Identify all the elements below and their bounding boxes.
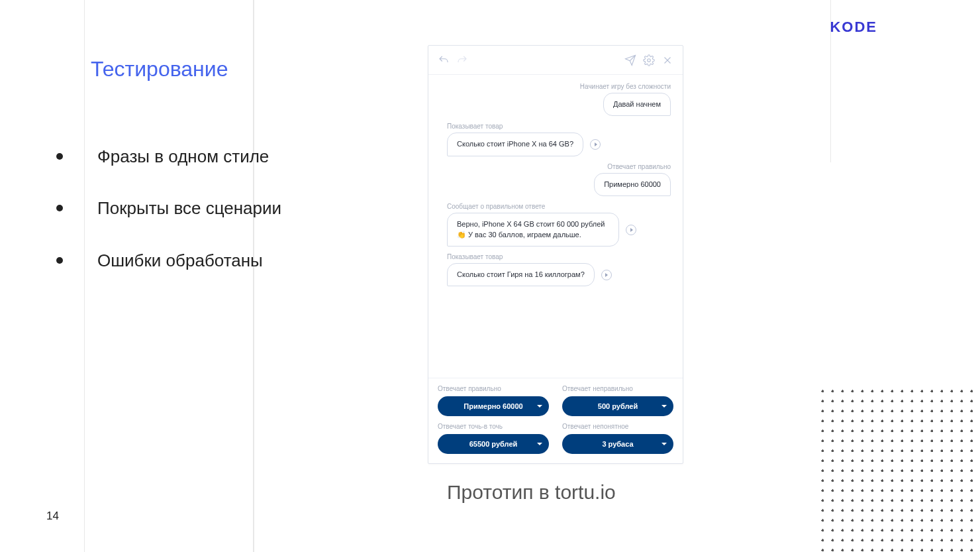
prototype-panel: Начинает игру без сложности Давай начнем… — [428, 45, 683, 464]
option-label: Отвечает точь-в точь — [438, 423, 549, 430]
scenario-label: Отвечает правильно — [440, 163, 671, 170]
option-pill[interactable]: 500 рублей — [562, 396, 673, 416]
brand-logo: KODE — [830, 19, 877, 36]
bullet-text: Ошибки обработаны — [97, 248, 263, 272]
chevron-down-icon — [537, 443, 542, 445]
option-label: Отвечает правильно — [438, 385, 549, 392]
option-pill-text: 65500 рублей — [469, 440, 518, 448]
play-icon[interactable] — [590, 139, 601, 150]
option-cell: Отвечает точь-в точь 65500 рублей — [438, 423, 549, 454]
bullet-dot-icon — [56, 257, 63, 264]
scenario-label: Показывает товар — [447, 253, 671, 260]
chevron-down-icon — [662, 443, 667, 445]
scenario-label: Начинает игру без сложности — [440, 83, 671, 90]
play-icon[interactable] — [601, 270, 612, 280]
bullet-text: Покрыты все сценарии — [97, 196, 281, 220]
option-pill[interactable]: 3 рубаса — [562, 434, 673, 454]
option-cell: Отвечает неправильно 500 рублей — [562, 385, 673, 416]
option-pill-text: 500 рублей — [598, 402, 638, 410]
bullet-dot-icon — [56, 205, 63, 211]
scenario-label: Сообщает о правильном ответе — [447, 203, 671, 210]
option-pill-text: Примерно 60000 — [464, 402, 522, 410]
answer-options-footer: Отвечает правильно Примерно 60000 Отвеча… — [428, 378, 683, 463]
option-pill-text: 3 рубаса — [602, 440, 633, 448]
redo-icon[interactable] — [456, 54, 468, 66]
option-cell: Отвечает непонятное 3 рубаса — [562, 423, 673, 454]
chevron-down-icon — [537, 405, 542, 408]
undo-icon[interactable] — [438, 54, 450, 66]
chevron-down-icon — [662, 405, 667, 408]
slide-title: Тестирование — [91, 57, 228, 82]
option-pill[interactable]: Примерно 60000 — [438, 396, 549, 416]
bullet-dot-icon — [56, 153, 63, 160]
figure-caption: Прототип в tortu.io — [447, 481, 616, 504]
bullet-list: Фразы в одном стиле Покрыты все сценарии… — [56, 144, 281, 300]
bullet-item: Ошибки обработаны — [56, 248, 281, 272]
play-icon[interactable] — [626, 225, 636, 235]
decorative-dots — [814, 383, 980, 552]
option-label: Отвечает неправильно — [562, 385, 673, 392]
option-label: Отвечает непонятное — [562, 423, 673, 430]
chat-bubble-left: Верно, iPhone X 64 GB стоит 60 000 рубле… — [447, 213, 619, 247]
gear-icon[interactable] — [643, 54, 655, 66]
chat-bubble-right: Давай начнем — [603, 93, 671, 116]
bullet-item: Фразы в одном стиле — [56, 144, 281, 168]
chat-bubble-left: Сколько стоит iPhone X на 64 GB? — [447, 133, 583, 156]
chat-body: Начинает игру без сложности Давай начнем… — [428, 75, 683, 378]
prototype-toolbar — [428, 46, 683, 75]
svg-point-0 — [648, 58, 651, 62]
scenario-label: Показывает товар — [447, 123, 671, 130]
bullet-item: Покрыты все сценарии — [56, 196, 281, 220]
option-pill[interactable]: 65500 рублей — [438, 434, 549, 454]
chat-bubble-left: Сколько стоит Гиря на 16 киллограм? — [447, 263, 595, 286]
option-cell: Отвечает правильно Примерно 60000 — [438, 385, 549, 416]
page-number: 14 — [46, 510, 59, 523]
chat-bubble-right: Примерно 60000 — [594, 173, 671, 196]
send-icon[interactable] — [624, 54, 636, 66]
close-icon[interactable] — [662, 54, 673, 66]
bullet-text: Фразы в одном стиле — [97, 144, 269, 168]
